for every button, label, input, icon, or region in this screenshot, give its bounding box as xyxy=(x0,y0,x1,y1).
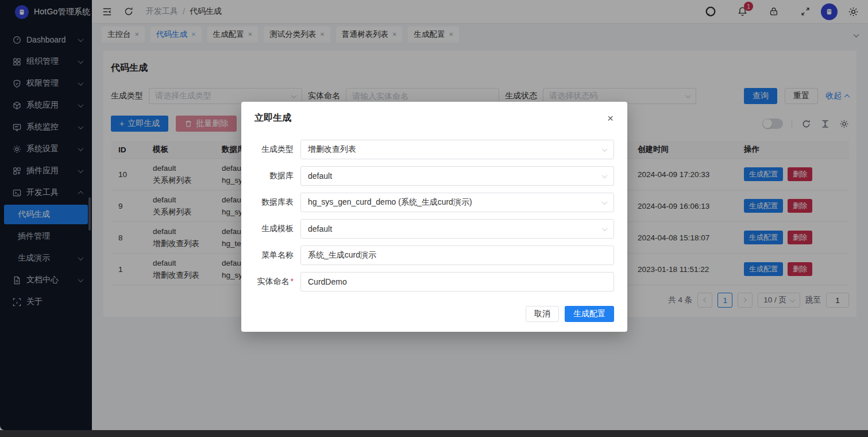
app-window: HotGo管理系统 Dashboard 组织管理 权限管理 系统应用 xyxy=(0,0,868,437)
modal-header: 立即生成 × xyxy=(241,102,627,124)
modal-field-menu-name: 菜单名称 xyxy=(254,246,614,265)
select-value: default xyxy=(308,171,332,181)
select-value: default xyxy=(308,224,332,233)
modal-field-entity-name: 实体命名* xyxy=(254,272,614,292)
field-label: 实体命名* xyxy=(254,277,300,287)
field-label: 数据库 xyxy=(254,171,300,181)
chevron-down-icon xyxy=(602,199,608,205)
modal-field-generate-type: 生成类型 增删改查列表 xyxy=(254,140,614,159)
database-table-modal-select[interactable]: hg_sys_gen_curd_demo (系统_生成curd演示) xyxy=(300,193,614,212)
menu-name-input[interactable] xyxy=(300,246,614,265)
generate-type-modal-select[interactable]: 增删改查列表 xyxy=(300,140,614,159)
close-modal-icon[interactable]: × xyxy=(607,113,614,124)
generate-now-modal: 立即生成 × 生成类型 增删改查列表 数据库 default 数据库表 xyxy=(241,102,627,332)
modal-field-generate-template: 生成模板 default xyxy=(254,219,614,239)
database-modal-select[interactable]: default xyxy=(300,166,614,186)
chevron-down-icon xyxy=(602,146,608,152)
field-label: 生成类型 xyxy=(254,144,300,155)
chevron-down-icon xyxy=(602,172,608,178)
field-label: 生成模板 xyxy=(254,224,300,234)
generate-template-modal-select[interactable]: default xyxy=(300,219,614,239)
modal-body: 生成类型 增删改查列表 数据库 default 数据库表 hg_sys_gen_… xyxy=(241,124,627,298)
modal-title: 立即生成 xyxy=(254,112,291,124)
modal-footer: 取消 生成配置 xyxy=(241,306,627,332)
entity-name-modal-input[interactable] xyxy=(300,272,614,292)
field-label: 菜单名称 xyxy=(254,250,300,260)
modal-field-database: 数据库 default xyxy=(254,166,614,186)
select-value: 增删改查列表 xyxy=(308,144,356,155)
select-value: hg_sys_gen_curd_demo (系统_生成curd演示) xyxy=(308,197,472,208)
modal-field-database-table: 数据库表 hg_sys_gen_curd_demo (系统_生成curd演示) xyxy=(254,193,614,212)
cancel-button[interactable]: 取消 xyxy=(526,306,559,322)
chevron-down-icon xyxy=(602,225,608,231)
required-asterisk: * xyxy=(291,277,294,286)
confirm-generate-config-button[interactable]: 生成配置 xyxy=(565,306,614,322)
field-label: 数据库表 xyxy=(254,197,300,208)
